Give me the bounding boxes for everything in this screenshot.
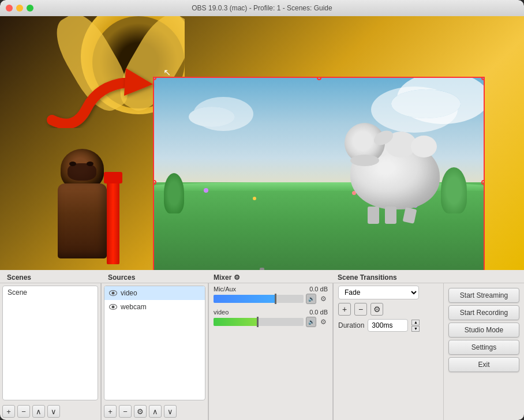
sources-list: video webcam [104, 286, 205, 400]
mixer-mic-controls: 🔊 ⚙ [214, 294, 328, 304]
chewy-eye-left [69, 162, 76, 166]
close-button[interactable] [6, 5, 13, 12]
duration-stepper[interactable]: ▲ ▼ [411, 320, 420, 332]
window-controls[interactable] [6, 5, 33, 12]
scenes-remove-button[interactable]: − [17, 405, 30, 418]
video-channel-db: 0.0 dB [309, 309, 328, 316]
sheep-leg1 [368, 207, 379, 224]
fade-select-row: Fade [338, 286, 439, 299]
scenes-up-button[interactable]: ∧ [32, 405, 45, 418]
duration-input[interactable] [368, 319, 408, 332]
chewy-eye-right [87, 162, 93, 166]
duration-row: Duration ▲ ▼ [338, 319, 439, 332]
sources-down-button[interactable]: ∨ [164, 405, 177, 418]
maximize-button[interactable] [27, 5, 33, 12]
preview-area: ↖ [0, 16, 524, 270]
sources-up-button[interactable]: ∧ [149, 405, 162, 418]
mixer-settings-icon[interactable]: ⚙ [234, 273, 240, 282]
video-channel-name: video [214, 309, 229, 316]
studio-mode-button[interactable]: Studio Mode [448, 322, 519, 337]
scenes-toolbar: + − ∧ ∨ [0, 403, 100, 420]
source-item-webcam[interactable]: webcam [104, 300, 205, 314]
sources-settings-button[interactable]: ⚙ [134, 405, 147, 418]
handle-ml [153, 180, 156, 185]
sheep-fluff3 [411, 136, 437, 158]
scene-item[interactable]: Scene [3, 286, 98, 299]
right-controls: Start Streaming Start Recording Studio M… [443, 283, 524, 420]
source-webcam-label: webcam [121, 303, 147, 311]
transition-add-button[interactable]: + [338, 303, 351, 316]
handle-tm [317, 77, 321, 80]
duration-label: Duration [338, 321, 364, 329]
chewbacca-figure [58, 149, 127, 264]
transition-type-select[interactable]: Fade [338, 286, 419, 299]
video-mute-button[interactable]: 🔊 [306, 317, 316, 327]
sources-remove-button[interactable]: − [119, 405, 132, 418]
video-slider-thumb [257, 317, 259, 327]
duration-down[interactable]: ▼ [411, 326, 420, 332]
source-video-label: video [121, 289, 137, 297]
mic-mute-button[interactable]: 🔊 [306, 294, 316, 304]
start-streaming-button[interactable]: Start Streaming [448, 288, 519, 303]
duration-up[interactable]: ▲ [411, 320, 420, 325]
mic-slider-fill [214, 295, 276, 303]
sheep-snout [350, 155, 379, 166]
video-volume-slider[interactable] [214, 318, 304, 326]
transitions-panel: Fade + − ⚙ Duration ▲ ▼ [334, 283, 443, 420]
source-item-video[interactable]: video [104, 286, 205, 300]
scenes-header: Scenes [0, 273, 101, 282]
scenes-add-button[interactable]: + [2, 405, 15, 418]
sheep-leg2 [385, 207, 396, 224]
chewy-body [58, 183, 107, 258]
mixer-header: Mixer ⚙ [208, 273, 332, 282]
sources-add-button[interactable]: + [104, 405, 117, 418]
preview-scroll-indicator [260, 268, 264, 270]
transition-remove-button[interactable]: − [354, 303, 367, 316]
transitions-controls: Fade + − ⚙ Duration ▲ ▼ [338, 286, 439, 332]
mic-settings-button[interactable]: ⚙ [319, 294, 328, 303]
minimize-button[interactable] [16, 5, 23, 12]
transition-icons-row: + − ⚙ [338, 303, 439, 316]
red-arrow [40, 62, 167, 132]
scenes-down-button[interactable]: ∨ [47, 405, 60, 418]
mic-channel-name: Mic/Aux [214, 286, 236, 292]
transitions-header: Scene Transitions [332, 273, 524, 282]
pez-dispenser [107, 172, 119, 264]
sheep-leg3 [403, 207, 417, 224]
sources-header: Sources [101, 273, 208, 282]
cloud2 [189, 107, 235, 127]
sources-panel: video webcam + − ⚙ ∧ ∨ [102, 283, 208, 420]
visibility-icon-video[interactable] [109, 290, 117, 296]
sources-label: Sources [108, 273, 135, 282]
bottom-panel: Scenes Sources Mixer ⚙ Scene Transitions… [0, 270, 524, 420]
mixer-video-controls: 🔊 ⚙ [214, 317, 328, 327]
mic-volume-slider[interactable] [214, 295, 304, 303]
transition-settings-button[interactable]: ⚙ [370, 303, 383, 316]
mic-channel-db: 0.0 dB [309, 286, 328, 292]
mixer-channel-mic: Mic/Aux 0.0 dB 🔊 ⚙ [214, 286, 328, 304]
start-recording-button[interactable]: Start Recording [448, 305, 519, 320]
mixer-label: Mixer [214, 273, 231, 282]
scenes-list: Scene [2, 286, 98, 400]
video-settings-button[interactable]: ⚙ [319, 317, 328, 327]
flower2 [253, 197, 256, 200]
exit-button[interactable]: Exit [448, 357, 519, 372]
mic-slider-thumb [275, 294, 276, 304]
svg-marker-0 [124, 68, 153, 96]
settings-button[interactable]: Settings [448, 340, 519, 355]
mixer-video-header: video 0.0 dB [214, 309, 328, 316]
flower1 [204, 188, 208, 193]
sheep [342, 120, 457, 224]
visibility-icon-webcam[interactable] [109, 304, 117, 310]
scenes-label: Scenes [7, 273, 31, 282]
scenes-panel: Scene + − ∧ ∨ [0, 283, 101, 420]
video-slider-fill [214, 318, 259, 326]
pez-head [104, 172, 122, 183]
main-video[interactable] [153, 77, 485, 270]
sources-toolbar: + − ⚙ ∧ ∨ [102, 403, 208, 420]
handle-mr [481, 180, 485, 185]
handle-tr [481, 77, 485, 80]
panels-container: Scene + − ∧ ∨ video [0, 283, 443, 420]
mixer-panel: Mic/Aux 0.0 dB 🔊 ⚙ video [209, 283, 333, 420]
transitions-label: Scene Transitions [338, 273, 397, 282]
